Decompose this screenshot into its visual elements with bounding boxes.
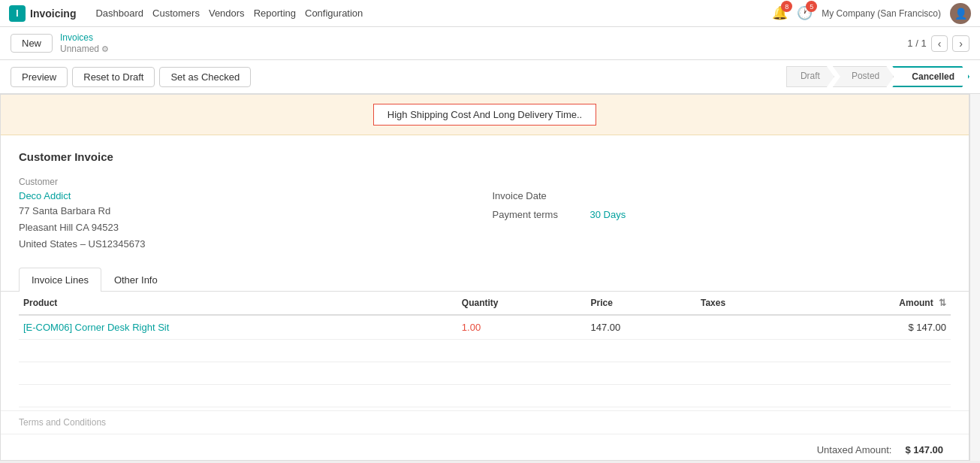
col-amount: Amount ⇅	[792, 292, 951, 315]
empty-row-3	[19, 385, 951, 407]
empty-row-2	[19, 362, 951, 385]
empty-row-1	[19, 340, 951, 362]
preview-button[interactable]: Preview	[11, 67, 68, 87]
breadcrumb-parent[interactable]: Invoices	[60, 32, 109, 44]
invoice-table: Product Quantity Price Taxes Amount ⇅ [E…	[19, 292, 951, 407]
row-product: [E-COM06] Corner Desk Right Sit	[19, 315, 457, 340]
col-price: Price	[586, 292, 696, 315]
set-checked-button[interactable]: Set as Checked	[159, 67, 251, 87]
tab-other-info[interactable]: Other Info	[101, 268, 170, 292]
breadcrumb-current: Unnamed ⚙	[60, 44, 109, 54]
customer-name-link[interactable]: Deco Addict	[19, 190, 478, 201]
nav-configuration[interactable]: Configuration	[300, 2, 367, 25]
app-name: Invoicing	[30, 8, 76, 20]
tabs-bar: Invoice Lines Other Info	[1, 268, 969, 292]
notifications-bell-btn[interactable]: 🔔 8	[772, 5, 788, 21]
scroll-rail[interactable]	[969, 94, 980, 461]
col-taxes: Taxes	[696, 292, 792, 315]
page-count: 1 / 1	[907, 38, 926, 49]
tab-invoice-lines[interactable]: Invoice Lines	[19, 268, 101, 292]
nav-reporting[interactable]: Reporting	[249, 2, 300, 25]
payment-terms-value: 30 Days	[590, 209, 626, 220]
toolbar: Preview Reset to Draft Set as Checked Dr…	[0, 60, 980, 94]
payment-terms-label: Payment terms	[493, 209, 583, 220]
table-section: Product Quantity Price Taxes Amount ⇅ [E…	[1, 292, 969, 407]
content-scroll: High Shipping Cost And Long Delivery Tim…	[0, 94, 969, 461]
notifications-clock-btn[interactable]: 🕐 5	[797, 5, 813, 21]
col-product: Product	[19, 292, 457, 315]
app-logo: I	[9, 5, 26, 22]
status-cancelled[interactable]: Cancelled	[892, 66, 969, 87]
main-content: High Shipping Cost And Long Delivery Tim…	[0, 94, 980, 461]
customer-field-label: Customer	[19, 177, 478, 187]
totals-table: Untaxed Amount: $ 147.00	[810, 440, 951, 459]
next-button[interactable]: ›	[952, 35, 969, 52]
status-bar: Draft Posted Cancelled	[786, 66, 969, 87]
nav-right: 🔔 8 🕐 5 My Company (San Francisco) 👤	[772, 3, 971, 24]
avatar[interactable]: 👤	[950, 3, 971, 24]
company-name: My Company (San Francisco)	[822, 8, 941, 19]
invoice-date-label: Invoice Date	[493, 190, 583, 201]
terms-section: Terms and Conditions	[1, 410, 969, 434]
invoice-header: Customer Invoice	[1, 135, 969, 169]
customer-section: Customer Deco Addict 77 Santa Barbara Rd…	[1, 169, 969, 268]
top-nav: I Invoicing Dashboard Customers Vendors …	[0, 0, 980, 27]
invoice-fields: Invoice Date Payment terms 30 Days	[493, 177, 951, 253]
nav-customers[interactable]: Customers	[148, 2, 204, 25]
status-posted[interactable]: Posted	[833, 66, 894, 87]
alert-banner: High Shipping Cost And Long Delivery Tim…	[1, 95, 969, 135]
reset-draft-button[interactable]: Reset to Draft	[72, 67, 155, 87]
nav-arrows: 1 / 1 ‹ ›	[907, 35, 969, 52]
col-adjust-icon[interactable]: ⇅	[939, 298, 946, 308]
invoice-title: Customer Invoice	[19, 150, 951, 163]
totals-section: Untaxed Amount: $ 147.00	[1, 434, 969, 461]
untaxed-value: $ 147.00	[899, 442, 949, 458]
invoice-date-row: Invoice Date	[493, 190, 951, 201]
customer-info: Customer Deco Addict 77 Santa Barbara Rd…	[19, 177, 478, 253]
clock-badge: 5	[806, 1, 817, 12]
col-quantity: Quantity	[457, 292, 586, 315]
nav-vendors[interactable]: Vendors	[204, 2, 249, 25]
new-button[interactable]: New	[11, 34, 53, 53]
breadcrumb-bar: New Invoices Unnamed ⚙ 1 / 1 ‹ ›	[0, 27, 980, 60]
row-amount: $ 147.00	[792, 315, 951, 340]
bell-badge: 8	[781, 1, 792, 12]
untaxed-label: Untaxed Amount:	[811, 442, 898, 458]
row-quantity: 1.00	[457, 315, 586, 340]
status-draft[interactable]: Draft	[786, 66, 834, 87]
gear-icon[interactable]: ⚙	[101, 44, 109, 54]
breadcrumb: Invoices Unnamed ⚙	[60, 32, 109, 55]
nav-dashboard[interactable]: Dashboard	[91, 2, 148, 25]
prev-button[interactable]: ‹	[931, 35, 948, 52]
table-row: [E-COM06] Corner Desk Right Sit 1.00 147…	[19, 315, 951, 340]
product-link[interactable]: [E-COM06] Corner Desk Right Sit	[23, 322, 169, 333]
customer-address: 77 Santa Barbara Rd Pleasant Hill CA 945…	[19, 203, 478, 253]
alert-box: High Shipping Cost And Long Delivery Tim…	[373, 104, 596, 126]
row-taxes	[696, 315, 792, 340]
row-price: 147.00	[586, 315, 696, 340]
payment-terms-row: Payment terms 30 Days	[493, 209, 951, 220]
